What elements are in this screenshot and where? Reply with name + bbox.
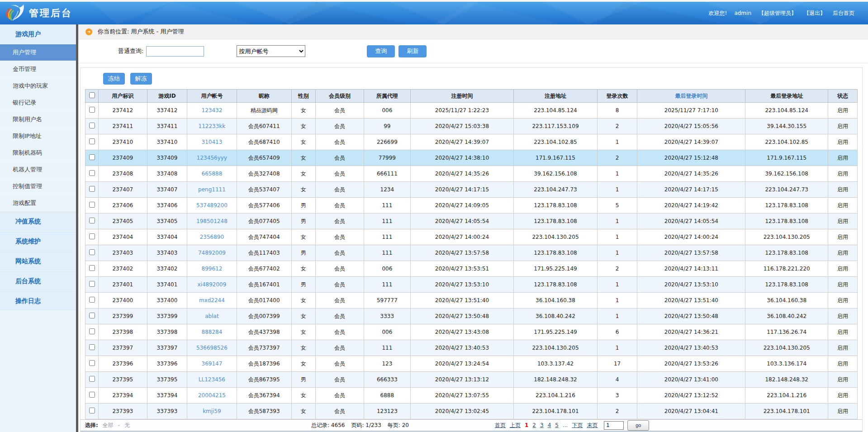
account-link[interactable]: 537489200 <box>196 202 228 209</box>
unfreeze-button[interactable]: 解冻 <box>130 73 152 85</box>
sidebar-section[interactable]: 系统维护 <box>0 232 76 252</box>
account-link[interactable]: peng1111 <box>198 186 226 193</box>
sidebar-item[interactable]: 控制值管理 <box>0 178 76 195</box>
account-link[interactable]: 123432 <box>202 107 223 114</box>
account-cell: 20004215 <box>187 388 237 404</box>
cell: 666111 <box>364 166 410 182</box>
last-page-link[interactable]: 末页 <box>587 422 598 429</box>
account-link[interactable]: mxd2244 <box>199 297 225 304</box>
row-checkbox[interactable] <box>89 360 95 366</box>
account-link[interactable]: ablat <box>205 313 218 319</box>
row-checkbox[interactable] <box>89 265 95 271</box>
page-link[interactable]: 5 <box>555 422 559 428</box>
row-checkbox[interactable] <box>89 328 95 334</box>
account-link[interactable]: 888284 <box>202 329 223 335</box>
row-checkbox[interactable] <box>89 170 95 176</box>
account-link[interactable]: 112233kk <box>199 123 226 129</box>
account-link[interactable]: 2356890 <box>200 234 224 240</box>
account-link[interactable]: 123456yyy <box>197 155 227 161</box>
account-cell: 369147 <box>187 356 237 372</box>
cell: 2020/4/27 13:50:48 <box>410 309 514 324</box>
cell: 会员537407 <box>237 182 291 198</box>
prev-page-link[interactable]: 上页 <box>510 422 521 429</box>
row-checkbox[interactable] <box>89 123 95 128</box>
cell: 女 <box>291 182 315 198</box>
account-link[interactable]: 310413 <box>202 139 223 145</box>
row-checkbox[interactable] <box>89 186 95 192</box>
cell: 36.108.40.242 <box>514 309 597 324</box>
goto-page-button[interactable]: go <box>627 420 649 431</box>
first-page-link[interactable]: 首页 <box>495 422 506 429</box>
breadcrumb-text: 你当前位置: 用户系统 - 用户管理 <box>98 28 184 36</box>
cell: 237411 <box>99 119 147 134</box>
cell: 女 <box>291 166 315 182</box>
search-input[interactable] <box>146 46 204 57</box>
cell: 2 <box>597 404 637 419</box>
account-link[interactable]: 536698526 <box>196 345 228 351</box>
cell: 171.95.225.149 <box>514 324 597 340</box>
row-checkbox[interactable] <box>89 138 95 144</box>
cell: 2020/4/27 13:53:10 <box>637 277 745 293</box>
cell: 223.104.1.216 <box>514 388 597 404</box>
account-link[interactable]: 369147 <box>202 361 223 367</box>
account-link[interactable]: 198501248 <box>196 218 228 224</box>
row-checkbox[interactable] <box>89 344 95 350</box>
sidebar-section[interactable]: 网站系统 <box>0 252 76 271</box>
freeze-button[interactable]: 冻结 <box>103 73 125 85</box>
sidebar-item[interactable]: 限制用户名 <box>0 111 76 128</box>
page-link[interactable]: 2 <box>532 422 536 428</box>
row-checkbox[interactable] <box>89 376 95 382</box>
sidebar-item[interactable]: 限制机器码 <box>0 145 76 161</box>
account-link[interactable]: 665888 <box>202 171 223 177</box>
sidebar-section[interactable]: 后台系统 <box>0 271 76 291</box>
row-checkbox[interactable] <box>89 392 95 398</box>
cell: 会员167401 <box>237 277 291 293</box>
query-button[interactable]: 查询 <box>367 45 395 57</box>
row-checkbox[interactable] <box>89 249 95 255</box>
role-link[interactable]: 【超级管理员】 <box>759 9 797 17</box>
account-link[interactable]: LL123456 <box>199 376 225 383</box>
row-checkbox[interactable] <box>89 154 95 160</box>
logout-link[interactable]: 【退出】 <box>804 9 825 17</box>
cell: 会员 <box>315 261 364 277</box>
row-checkbox[interactable] <box>89 408 95 413</box>
row-checkbox[interactable] <box>89 233 95 239</box>
account-cell: 123456yyy <box>187 150 237 166</box>
row-checkbox[interactable] <box>89 297 95 303</box>
sidebar-item[interactable]: 游戏中的玩家 <box>0 78 76 95</box>
sidebar-section[interactable]: 操作日志 <box>0 291 76 311</box>
next-page-link[interactable]: 下页 <box>572 422 583 429</box>
row-checkbox[interactable] <box>89 202 95 208</box>
goto-page-input[interactable] <box>604 421 624 430</box>
refresh-button[interactable]: 刷新 <box>398 45 427 57</box>
account-link[interactable]: kmji59 <box>203 408 221 414</box>
page-link[interactable]: 3 <box>540 422 544 428</box>
account-link[interactable]: 20004215 <box>198 392 226 399</box>
current-page[interactable]: 1 <box>525 422 528 428</box>
select-all-link[interactable]: 全部 <box>103 422 114 429</box>
sidebar-item[interactable]: 机器人管理 <box>0 161 76 178</box>
table-footer: 选择: 全部 - 无 总记录: 4656 页码: 1/233 每页: 20 首页… <box>81 419 862 432</box>
select-all-checkbox[interactable] <box>89 92 95 98</box>
sidebar-item[interactable]: 游戏配置 <box>0 195 76 212</box>
select-none-link[interactable]: 无 <box>124 422 130 429</box>
cell: 会员 <box>315 182 364 198</box>
account-link[interactable]: 74892009 <box>198 250 226 256</box>
sortable-column-header[interactable]: 最后登录时间 <box>637 90 745 103</box>
home-link[interactable]: 后台首页 <box>833 9 854 17</box>
sidebar-item[interactable]: 用户管理 <box>0 44 76 61</box>
sidebar-item[interactable]: 限制IP地址 <box>0 128 76 145</box>
row-checkbox[interactable] <box>89 281 95 287</box>
row-checkbox[interactable] <box>89 218 95 223</box>
row-checkbox[interactable] <box>89 313 95 318</box>
sidebar-item[interactable]: 金币管理 <box>0 61 76 78</box>
account-link[interactable]: xi4892009 <box>197 281 226 288</box>
sidebar-section[interactable]: 游戏用户 <box>0 24 76 44</box>
account-link[interactable]: 899612 <box>202 266 223 272</box>
sidebar-section[interactable]: 冲值系统 <box>0 212 76 232</box>
row-checkbox[interactable] <box>89 107 95 113</box>
sidebar-item[interactable]: 银行记录 <box>0 95 76 111</box>
cell: 会员007399 <box>237 309 291 324</box>
search-type-select[interactable]: 按用户帐号 <box>237 45 305 57</box>
page-link[interactable]: 4 <box>548 422 551 428</box>
